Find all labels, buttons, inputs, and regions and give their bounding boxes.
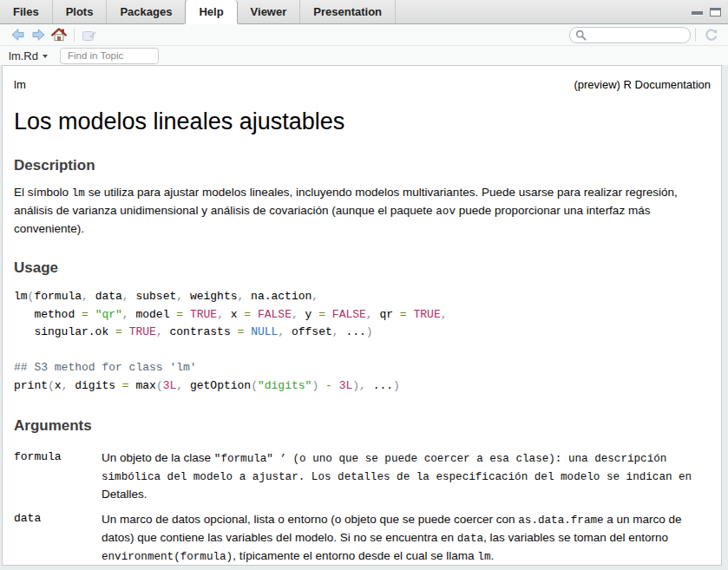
code-token: = [82, 308, 89, 321]
code-token: , [122, 290, 136, 303]
show-in-new-window-button[interactable] [79, 26, 100, 43]
code-token: ... [345, 325, 365, 338]
back-button[interactable] [7, 26, 28, 43]
help-pane: FilesPlotsPackagesHelpViewerPresentation [0, 0, 728, 570]
code-token: TRUE [413, 308, 440, 321]
code-token: , [312, 290, 318, 303]
inline-code: lm [72, 187, 85, 200]
code-token: ( [251, 379, 258, 392]
code-token: weights [190, 290, 238, 303]
code-token: , [156, 325, 170, 338]
code-token: , [217, 308, 231, 321]
tab-files[interactable]: Files [0, 0, 53, 23]
code-token: , [176, 379, 190, 392]
argument-definition: Un objeto de la clase "formula" ’ (o uno… [102, 449, 711, 503]
minimize-icon[interactable] [692, 8, 703, 16]
code-token: getOption [190, 379, 251, 392]
code-token: FALSE [332, 308, 366, 321]
chevron-down-icon [43, 55, 48, 58]
code-token: , [292, 308, 305, 321]
code-token: data [95, 290, 122, 303]
code-token: , [359, 379, 373, 392]
page-title: Los modelos lineales ajustables [14, 108, 711, 135]
code-line: ## S3 method for class 'lm' [14, 359, 711, 377]
code-token: formula [34, 290, 82, 303]
code-line: singular.ok = TRUE, contrasts = NULL, of… [14, 324, 711, 342]
code-token: model [135, 308, 176, 321]
code-token: ( [48, 379, 55, 392]
code-line: method = "qr", model = TRUE, x = FALSE, … [14, 306, 711, 324]
code-token [89, 308, 95, 321]
code-token [318, 379, 325, 392]
code-token: ... [373, 379, 393, 392]
help-search-box [569, 27, 691, 43]
tab-packages[interactable]: Packages [107, 0, 186, 23]
argument-term: data [14, 511, 102, 566]
code-token: TRUE [129, 325, 156, 338]
description-paragraph: El símbolo lm se utiliza para ajustar mo… [14, 184, 711, 238]
code-token: , [332, 325, 346, 338]
pane-tabbar: FilesPlotsPackagesHelpViewerPresentation [0, 0, 728, 24]
code-line [14, 342, 711, 360]
inline-code: as.data.frame [518, 514, 603, 527]
code-token: x [55, 379, 62, 392]
help-document[interactable]: lm (preview) R Documentation Los modelos… [2, 65, 722, 566]
maximize-icon[interactable] [710, 8, 721, 16]
usage-heading: Usage [14, 259, 711, 277]
code-token: contrasts [169, 325, 237, 338]
code-token [244, 325, 251, 338]
code-token: ( [156, 379, 163, 392]
tab-plots[interactable]: Plots [53, 0, 108, 23]
help-search-input[interactable] [590, 29, 685, 41]
code-token: , [82, 290, 95, 303]
code-token: , [238, 290, 252, 303]
code-token: qr [379, 308, 399, 321]
code-token: = [400, 308, 407, 321]
find-in-topic-input[interactable] [60, 48, 159, 64]
home-button[interactable] [49, 26, 69, 43]
code-token: , [62, 379, 75, 392]
usage-code-block: lm(formula, data, subset, weights, na.ac… [14, 288, 711, 396]
pane-tabs: FilesPlotsPackagesHelpViewerPresentation [0, 0, 396, 23]
code-token: ) [393, 379, 400, 392]
code-token: subset [135, 290, 176, 303]
doc-meta-topic: lm [14, 78, 26, 91]
code-token: FALSE [258, 308, 292, 321]
code-token: lm [14, 290, 28, 303]
inline-code: "formula" ’ (o uno que se puede coercer … [102, 453, 692, 483]
code-token: - [325, 379, 332, 392]
description-heading: Description [14, 157, 711, 174]
code-token: ) [352, 379, 359, 392]
tab-viewer[interactable]: Viewer [238, 0, 301, 23]
inline-code: environment(formula) [102, 551, 233, 563]
forward-button[interactable] [28, 26, 49, 43]
code-token: x [231, 308, 245, 321]
code-token: digits [75, 379, 122, 392]
argument-definition: Un marco de datos opcional, lista o ento… [102, 511, 711, 566]
home-icon [51, 28, 67, 42]
code-token: y [305, 308, 319, 321]
argument-term: formula [14, 449, 102, 503]
code-token: ) [366, 325, 373, 338]
tab-presentation[interactable]: Presentation [300, 0, 396, 23]
code-token [251, 308, 258, 321]
tab-help[interactable]: Help [185, 0, 237, 23]
popout-icon [82, 29, 97, 42]
search-icon [575, 29, 587, 41]
code-token: offset [292, 325, 332, 338]
doc-meta: lm (preview) R Documentation [14, 78, 711, 91]
inline-code: aov [436, 206, 456, 218]
code-token: = [115, 325, 122, 338]
code-token: ## S3 method for class 'lm' [14, 361, 197, 374]
topic-selector[interactable]: lm.Rd [9, 49, 48, 62]
code-token [122, 325, 129, 338]
code-token: = [318, 308, 325, 321]
code-token: , [176, 290, 190, 303]
code-token [183, 308, 190, 321]
refresh-icon [704, 28, 718, 43]
refresh-button[interactable] [700, 26, 721, 43]
toolbar-separator [74, 28, 75, 42]
forward-icon [31, 28, 46, 42]
code-token [332, 379, 339, 392]
code-token: = [244, 308, 251, 321]
